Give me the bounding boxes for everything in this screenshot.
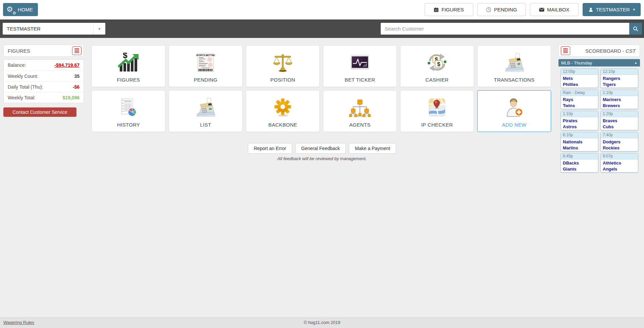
search-icon bbox=[633, 26, 638, 32]
user-menu-label: TESTMASTER bbox=[596, 7, 630, 12]
stat-row-weekly-count: Weekly Count: 35 bbox=[4, 71, 84, 81]
main-content: FIGURES Balance: -$94,719.67 Weekly Coun… bbox=[0, 38, 644, 317]
chevron-down-icon: ▾ bbox=[93, 23, 105, 35]
away-team: Rangers bbox=[603, 76, 636, 82]
away-team: Rays bbox=[563, 97, 596, 103]
mlb-section-label: MLB - Thursday bbox=[561, 60, 592, 65]
tile-agents[interactable]: AGENTS bbox=[323, 90, 397, 132]
org-chart-icon bbox=[348, 98, 372, 117]
game-card: 7:40p Dodgers Rockies bbox=[600, 132, 638, 151]
copyright-text: © hog11.com 2019 bbox=[0, 318, 644, 325]
svg-text:SPORTS BETTING: SPORTS BETTING bbox=[196, 54, 215, 56]
tile-backbone[interactable]: BACKBONE bbox=[246, 90, 320, 132]
calendar-icon bbox=[434, 7, 439, 12]
chevron-down-icon: ▾ bbox=[633, 7, 635, 12]
svg-text:$: $ bbox=[437, 61, 440, 67]
cash-register-icon bbox=[503, 53, 525, 72]
tile-transactions[interactable]: TRANSACTIONS bbox=[477, 45, 551, 87]
tile-ip-checker[interactable]: IP CHECKER bbox=[400, 90, 474, 132]
pending-nav-button[interactable]: PENDING bbox=[477, 3, 526, 16]
make-payment-button[interactable]: Make a Payment bbox=[349, 143, 396, 154]
customer-select[interactable]: TESTMASTER ▾ bbox=[3, 23, 105, 35]
gears-icon: ⚙ ⚙ bbox=[6, 5, 15, 14]
cash-register-icon bbox=[195, 98, 216, 117]
home-team: Cubs bbox=[603, 124, 636, 130]
user-icon bbox=[588, 7, 593, 12]
user-menu-button[interactable]: TESTMASTER ▾ bbox=[583, 3, 641, 16]
tile-figures[interactable]: $ FIGURES bbox=[92, 45, 165, 87]
tile-bet-ticker[interactable]: BET TICKER bbox=[323, 45, 397, 87]
home-team: Marlins bbox=[563, 145, 596, 151]
clock-icon bbox=[486, 7, 491, 12]
report-error-button[interactable]: Report an Error bbox=[248, 143, 292, 154]
figures-panel: FIGURES Balance: -$94,719.67 Weekly Coun… bbox=[3, 45, 84, 117]
games-grid: 12:05p Mets Phillies 12:10p Rangers Tige… bbox=[558, 68, 640, 173]
figures-menu-button[interactable] bbox=[72, 46, 82, 55]
game-card: 1:10p Mariners Brewers bbox=[600, 90, 638, 109]
home-team: Angels bbox=[603, 166, 636, 172]
mailbox-nav-button[interactable]: MAILBOX bbox=[530, 3, 579, 16]
away-team: Mariners bbox=[603, 97, 636, 103]
menu-icon bbox=[74, 48, 79, 49]
home-button[interactable]: ⚙ ⚙ HOME bbox=[3, 3, 38, 16]
feedback-note: All feedback will be reviewed by managem… bbox=[0, 156, 644, 161]
scales-icon bbox=[272, 53, 293, 72]
scoreboard-header: SCOREBOARD - CST bbox=[558, 45, 640, 57]
home-team: Astros bbox=[563, 124, 596, 130]
balance-value[interactable]: -$94,719.67 bbox=[54, 62, 79, 68]
away-team: Braves bbox=[603, 118, 636, 124]
envelope-icon bbox=[539, 7, 544, 12]
tile-list[interactable]: LIST bbox=[169, 90, 243, 132]
figures-nav-label: FIGURES bbox=[441, 7, 464, 12]
stat-row-weekly-total: Weekly Total: $19,096 bbox=[4, 92, 84, 103]
away-team: Athletics bbox=[603, 160, 636, 166]
svg-text:$: $ bbox=[123, 53, 127, 60]
home-team: Brewers bbox=[603, 103, 636, 109]
away-team: DBacks bbox=[563, 160, 596, 166]
home-team: Twins bbox=[563, 103, 596, 109]
figures-panel-title: FIGURES bbox=[8, 48, 30, 54]
scoreboard-section-mlb[interactable]: MLB - Thursday ▲ bbox=[558, 59, 640, 66]
away-team: Nationals bbox=[563, 139, 596, 145]
betting-ticket-icon: SPORTS BETTING bbox=[196, 53, 215, 72]
game-card: Rain - Delay Rays Twins bbox=[560, 90, 598, 109]
game-card: 8:45p DBacks Giants bbox=[560, 153, 598, 173]
home-team: Tigers bbox=[603, 82, 636, 88]
game-card: 12:05p Mets Phillies bbox=[560, 68, 598, 88]
game-card: 1:10p Pirates Astros bbox=[560, 111, 598, 130]
search-button[interactable] bbox=[629, 23, 642, 35]
weekly-count-value: 35 bbox=[74, 74, 79, 79]
mailbox-nav-label: MAILBOX bbox=[547, 7, 570, 12]
home-team: Phillies bbox=[563, 82, 596, 88]
sub-bar: TESTMASTER ▾ bbox=[0, 19, 644, 38]
collapse-up-icon: ▲ bbox=[634, 61, 637, 64]
tile-add-new[interactable]: ADD NEW bbox=[477, 90, 551, 132]
contact-customer-service-button[interactable]: Contact Customer Service bbox=[3, 107, 76, 117]
game-card: 9:07p Athletics Angels bbox=[600, 153, 638, 173]
top-nav: FIGURES PENDING MAILBOX TESTMASTER ▾ bbox=[425, 3, 641, 16]
footer: Wagering Rules © hog11.com 2019 bbox=[0, 317, 644, 328]
game-card: 1:20p Braves Cubs bbox=[600, 111, 638, 130]
away-team: Mets bbox=[563, 76, 596, 82]
figures-nav-button[interactable]: FIGURES bbox=[425, 3, 473, 16]
stat-row-daily-total: Daily Total (Thu): -$6 bbox=[4, 81, 84, 92]
wagering-rules-link[interactable]: Wagering Rules bbox=[3, 320, 34, 325]
pending-nav-label: PENDING bbox=[494, 7, 517, 12]
general-feedback-button[interactable]: General Feedback bbox=[295, 143, 346, 154]
tile-cashier[interactable]: $ $ CASHIER bbox=[400, 45, 474, 87]
daily-total-value: -$6 bbox=[73, 84, 79, 90]
scoreboard-panel: SCOREBOARD - CST MLB - Thursday ▲ 12:05p… bbox=[558, 45, 640, 173]
figures-chart-icon: $ bbox=[116, 53, 141, 72]
search-input[interactable] bbox=[381, 23, 629, 35]
tile-position[interactable]: POSITION bbox=[246, 45, 320, 87]
map-pin-icon bbox=[428, 98, 446, 117]
gear-icon bbox=[272, 98, 293, 117]
top-bar: ⚙ ⚙ HOME FIGURES PENDING bbox=[0, 0, 644, 19]
feedback-buttons: Report an Error General Feedback Make a … bbox=[0, 143, 644, 154]
tile-history[interactable]: HISTORY bbox=[92, 90, 165, 132]
stat-row-balance: Balance: -$94,719.67 bbox=[4, 60, 84, 71]
tile-pending[interactable]: SPORTS BETTING PENDING bbox=[169, 45, 243, 87]
away-team: Pirates bbox=[563, 118, 596, 124]
scoreboard-menu-button[interactable] bbox=[561, 46, 570, 55]
home-label: HOME bbox=[18, 7, 33, 12]
